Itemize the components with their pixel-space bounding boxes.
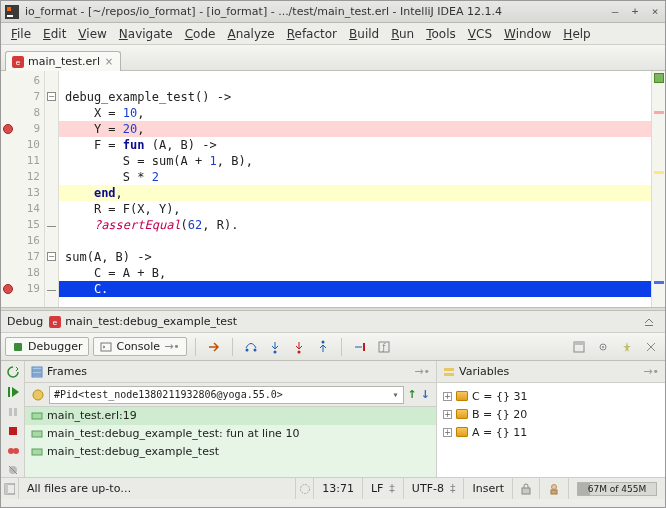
menu-window[interactable]: Window [498,25,557,43]
close-icon[interactable] [641,337,661,357]
prev-frame-icon[interactable]: ↑ [408,388,417,401]
line-number[interactable]: 8 [1,105,44,121]
code-line[interactable]: ?assertEqual(62, R). [59,217,651,233]
frame-item[interactable]: main_test:debug_example_test: fun at lin… [25,425,436,443]
hector-icon[interactable] [540,478,569,499]
readonly-toggle[interactable] [513,478,540,499]
thread-selector[interactable]: #Pid<test_node1380211932806@yoga.55.0> [49,386,404,404]
maximize-button[interactable]: + [629,6,641,18]
rerun-icon[interactable] [5,365,21,379]
hide-icon[interactable]: →• [643,365,659,378]
minimize-button[interactable]: – [609,6,621,18]
toolwindows-icon[interactable] [1,478,19,499]
stop-icon[interactable] [5,425,21,439]
evaluate-expression-icon[interactable]: ƒ [374,337,394,357]
close-tab-icon[interactable]: × [104,57,114,67]
next-frame-icon[interactable]: ↓ [421,388,430,401]
breakpoint-icon[interactable] [3,284,13,294]
code-line[interactable]: C = A + B, [59,265,651,281]
fold-toggle-icon[interactable]: − [47,92,56,101]
code-line[interactable]: Y = 20, [59,121,651,137]
frame-item[interactable]: main_test.erl:19 [25,407,436,425]
pin-icon[interactable] [617,337,637,357]
restore-layout-icon[interactable] [569,337,589,357]
editor-tab[interactable]: e main_test.erl × [5,51,121,71]
code-line[interactable]: end, [59,185,651,201]
expand-icon[interactable]: + [443,428,452,437]
insert-mode[interactable]: Insert [464,478,513,499]
menu-help[interactable]: Help [557,25,596,43]
expand-icon[interactable]: + [443,410,452,419]
pause-icon[interactable] [5,405,21,419]
menu-navigate[interactable]: Navigate [113,25,179,43]
frame-item[interactable]: main_test:debug_example_test [25,443,436,461]
line-number[interactable]: 10 [1,137,44,153]
file-encoding[interactable]: UTF-8‡ [404,478,465,499]
line-number[interactable]: 9 [1,121,44,137]
menu-code[interactable]: Code [179,25,222,43]
menu-analyze[interactable]: Analyze [221,25,280,43]
overview-ruler[interactable] [651,71,665,307]
settings-icon[interactable] [593,337,613,357]
line-number[interactable]: 14 [1,201,44,217]
breakpoint-icon[interactable] [3,124,13,134]
step-out-icon[interactable] [313,337,333,357]
menu-edit[interactable]: Edit [37,25,72,43]
code-line[interactable]: C. [59,281,651,297]
line-separator[interactable]: LF‡ [363,478,404,499]
line-number[interactable]: 19 [1,281,44,297]
code-line[interactable]: X = 10, [59,105,651,121]
force-step-into-icon[interactable] [289,337,309,357]
variable-row[interactable]: +B = {} 20 [443,405,659,423]
line-number[interactable]: 15 [1,217,44,233]
console-tab[interactable]: Console →• [93,337,186,356]
fold-toggle-icon[interactable]: − [47,252,56,261]
code-line[interactable]: debug_example_test() -> [59,89,651,105]
menu-tools[interactable]: Tools [420,25,462,43]
hide-icon[interactable]: →• [414,365,430,378]
menu-vcs[interactable]: VCS [462,25,498,43]
line-number[interactable]: 6 [1,73,44,89]
variable-list[interactable]: +C = {} 31+B = {} 20+A = {} 11 [437,383,665,477]
menu-refactor[interactable]: Refactor [281,25,343,43]
menu-run[interactable]: Run [385,25,420,43]
expand-icon[interactable]: + [443,392,452,401]
overview-mark[interactable] [654,171,664,174]
code-line[interactable]: S = sum(A + 1, B), [59,153,651,169]
code-area[interactable]: debug_example_test() -> X = 10, Y = 20, … [59,71,651,307]
line-number[interactable]: 16 [1,233,44,249]
line-number[interactable]: 12 [1,169,44,185]
line-number[interactable]: 7 [1,89,44,105]
close-button[interactable]: × [649,6,661,18]
menu-build[interactable]: Build [343,25,385,43]
caret-position[interactable]: 13:71 [314,478,363,499]
run-to-cursor-icon[interactable] [350,337,370,357]
menu-file[interactable]: File [5,25,37,43]
code-line[interactable] [59,73,651,89]
overview-mark[interactable] [654,111,664,114]
mute-breakpoints-icon[interactable] [5,464,21,478]
variable-row[interactable]: +A = {} 11 [443,423,659,441]
step-into-icon[interactable] [265,337,285,357]
step-over-icon[interactable] [241,337,261,357]
editor[interactable]: 678910111213141516171819 −− debug_exampl… [1,71,665,307]
hide-panel-icon[interactable] [639,312,659,332]
variable-row[interactable]: +C = {} 31 [443,387,659,405]
code-line[interactable]: R = F(X, Y), [59,201,651,217]
code-line[interactable] [59,233,651,249]
resume-icon[interactable] [5,385,21,399]
line-number[interactable]: 13 [1,185,44,201]
view-breakpoints-icon[interactable] [5,444,21,458]
show-exec-point-icon[interactable] [204,337,224,357]
memory-indicator[interactable]: 67M of 455M [569,478,665,499]
code-line[interactable]: S * 2 [59,169,651,185]
frame-list[interactable]: main_test.erl:19main_test:debug_example_… [25,407,436,477]
menu-view[interactable]: View [72,25,112,43]
overview-mark[interactable] [654,281,664,284]
line-number[interactable]: 17 [1,249,44,265]
code-line[interactable]: F = fun (A, B) -> [59,137,651,153]
debugger-tab[interactable]: Debugger [5,337,89,356]
line-number[interactable]: 18 [1,265,44,281]
background-tasks-icon[interactable] [296,478,314,499]
line-number[interactable]: 11 [1,153,44,169]
